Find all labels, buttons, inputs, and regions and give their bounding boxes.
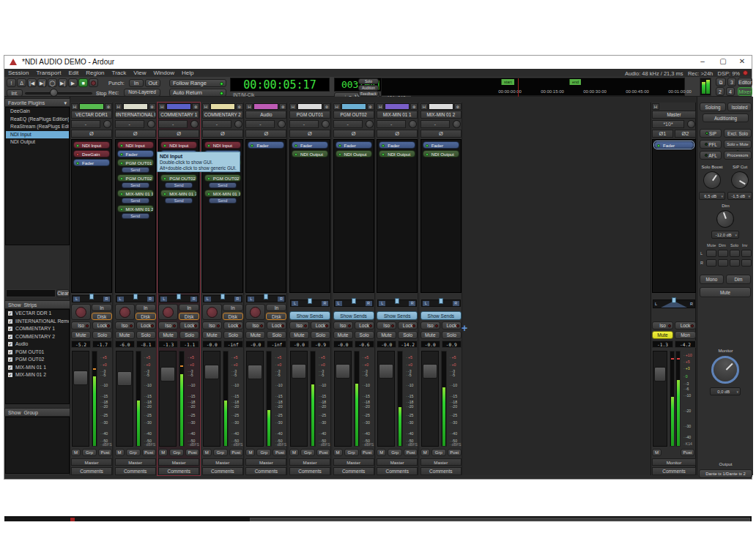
processor-led[interactable] — [120, 208, 123, 211]
mute-button[interactable]: Mute — [115, 331, 135, 339]
visibility-checkbox[interactable]: ✓ — [8, 311, 12, 316]
processor-led[interactable] — [207, 177, 210, 180]
pan-left-button[interactable]: L — [655, 302, 657, 306]
mute-button[interactable]: Mute — [245, 331, 265, 339]
start-marker[interactable]: start — [501, 79, 514, 85]
processor-led[interactable] — [657, 144, 660, 147]
editor-tab-button[interactable]: Editor — [738, 78, 752, 86]
hide-strip-icon[interactable]: ⊗ — [410, 103, 418, 110]
mute-button[interactable]: Mute — [71, 331, 91, 339]
metering-point-button[interactable]: M — [652, 449, 662, 456]
processor-deegain[interactable]: DeeGain — [73, 150, 110, 157]
peak-display[interactable]: -inf — [223, 340, 243, 348]
phase-button[interactable]: Ø — [71, 130, 112, 138]
processor-mix-min-01-1[interactable]: MIX-MIN 01 1 — [117, 190, 154, 197]
monitor-r-inv-button[interactable] — [741, 259, 752, 267]
goto-start-button[interactable]: |◀ — [27, 78, 37, 87]
pan-marker[interactable] — [264, 294, 268, 299]
group-assign-button[interactable]: Grp — [213, 449, 228, 456]
visibility-checkbox[interactable]: ✓ — [8, 357, 12, 362]
output-routing-button[interactable]: Master — [115, 458, 156, 466]
pan-right-button[interactable]: R — [103, 297, 110, 302]
strip-list-item-iinternational-remob[interactable]: ✓IINTERNATIONAL Remob — [6, 318, 69, 326]
show-sends-button[interactable]: Show Sends — [377, 311, 418, 320]
processor-led[interactable] — [207, 193, 210, 196]
hide-strip-icon[interactable]: ⊗ — [105, 103, 112, 110]
send-button[interactable]: Send — [122, 213, 149, 219]
record-arm-button[interactable] — [119, 307, 130, 318]
pan-right-button[interactable]: R — [366, 301, 372, 306]
processor-fader[interactable]: Fader — [117, 150, 154, 157]
processor-led[interactable] — [76, 162, 79, 165]
group-button[interactable]: - — [245, 120, 275, 128]
menu-session[interactable]: Session — [4, 69, 32, 77]
pan-marker[interactable] — [439, 298, 443, 304]
pan-widget[interactable]: LR — [334, 299, 374, 307]
pfl-button[interactable]: PFL — [700, 140, 722, 149]
group-assign-button[interactable]: Grp — [300, 449, 315, 456]
fader-handle[interactable] — [160, 367, 175, 381]
favorite-plugins-header[interactable]: Favorite Plugins▾ — [4, 98, 70, 107]
strip-color-bar[interactable] — [341, 103, 366, 110]
visibility-checkbox[interactable]: ✓ — [8, 319, 12, 324]
pan-right-button[interactable]: R — [409, 301, 415, 306]
solo-iso-button[interactable]: Iso — [377, 321, 396, 330]
mute-button[interactable]: Mute — [289, 331, 309, 339]
soloing-button[interactable]: Soloing — [700, 103, 726, 111]
afl-button[interactable]: AFL — [700, 151, 722, 160]
monitor-button[interactable]: Mon — [675, 331, 696, 339]
menu-track[interactable]: Track — [108, 69, 130, 77]
processor-ndi-input[interactable]: NDI Input — [204, 141, 241, 149]
processor-led[interactable] — [382, 153, 385, 156]
isolated-button[interactable]: Isolated — [727, 103, 752, 111]
fader-position-button[interactable]: Post — [185, 449, 199, 456]
loop-button[interactable]: ◯ — [48, 78, 57, 87]
fader-position-button[interactable]: Post — [273, 449, 286, 456]
pan-marker[interactable] — [133, 294, 138, 299]
scrollbar-thumb[interactable] — [250, 518, 750, 521]
processor-led[interactable] — [294, 153, 297, 156]
processor-led[interactable] — [120, 193, 123, 196]
trim-knob[interactable] — [234, 120, 242, 128]
fader-slider[interactable] — [653, 351, 667, 447]
pan-right-button[interactable]: R — [453, 301, 459, 306]
lock-button[interactable]: Lock — [355, 321, 374, 330]
metering-point-button[interactable]: M — [115, 449, 125, 456]
metering-point-button[interactable]: M — [245, 449, 255, 456]
lock-button[interactable]: Lock — [398, 321, 418, 330]
horizontal-scrollbar[interactable] — [4, 516, 752, 521]
mute-button[interactable]: Mute — [420, 331, 440, 339]
strip-color-bar[interactable] — [253, 103, 278, 110]
disk-monitor-button[interactable]: Disk — [92, 313, 112, 320]
processor-ndi-output[interactable]: NDI Output — [336, 150, 372, 157]
visibility-checkbox[interactable]: ✓ — [8, 365, 12, 370]
excl-solo-button[interactable]: Excl. Solo — [724, 129, 752, 138]
peak-display[interactable]: -4.2 — [675, 340, 696, 348]
peak-display[interactable]: -0.6 — [355, 340, 374, 348]
processor-box[interactable]: NDI InputFaderPGM OUT01SendPGM OUT02Send… — [115, 139, 156, 293]
narrow-strip-icon[interactable]: H — [115, 103, 122, 110]
output-routing-button[interactable]: Monitor — [652, 458, 696, 466]
fader-slider[interactable] — [334, 351, 352, 447]
visibility-checkbox[interactable]: ✓ — [8, 335, 12, 339]
favorite-plugin-ndi-input[interactable]: NDI Input — [6, 131, 69, 139]
strip-color-bar[interactable] — [166, 103, 191, 110]
processor-fader[interactable]: Fader — [336, 141, 372, 149]
processor-led[interactable] — [207, 144, 210, 147]
auditioning-button[interactable]: Auditioning — [703, 113, 749, 122]
phase-button[interactable]: Ø — [158, 130, 199, 138]
narrow-strip-icon[interactable]: H — [420, 103, 428, 110]
metering-point-button[interactable]: M — [377, 449, 386, 456]
pan-left-button[interactable]: L — [248, 297, 254, 302]
tab-3-button[interactable]: 3 — [727, 78, 736, 86]
master-name-button[interactable]: Master — [652, 111, 696, 119]
pan-marker[interactable] — [220, 294, 225, 299]
strip-list-item-mix-min-01-2[interactable]: ✓MIX-MIN 01 2 — [6, 371, 69, 379]
show-sends-button[interactable]: Show Sends — [333, 311, 374, 320]
solo-iso-button[interactable]: Iso — [115, 321, 135, 330]
narrow-strip-icon[interactable]: H — [377, 103, 384, 110]
monitor-l-solo-button[interactable] — [730, 250, 740, 257]
fader-handle[interactable] — [423, 364, 437, 379]
group-assign-button[interactable]: Grp — [126, 449, 141, 456]
processor-led[interactable] — [120, 162, 123, 165]
